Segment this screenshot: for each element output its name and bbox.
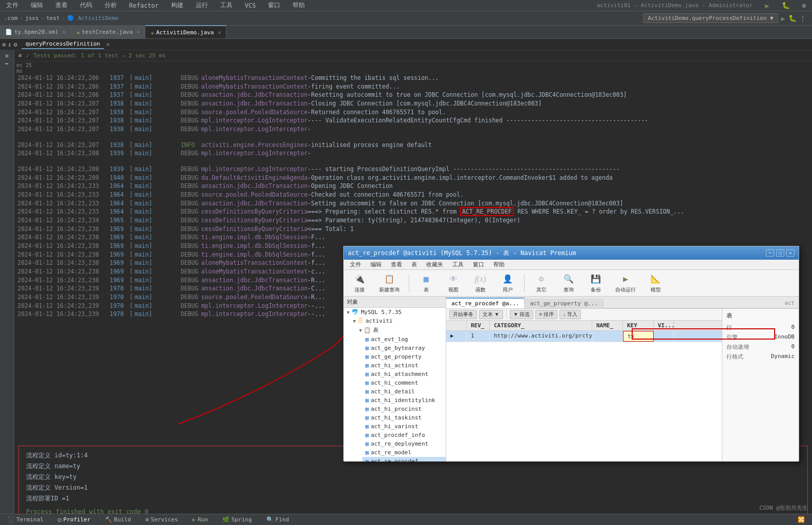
tree-tables-group[interactable]: ▼ 📋 表	[356, 325, 446, 335]
tree-act-procdef-info[interactable]: ▦ act_procdef_info	[362, 431, 446, 439]
tree-act-hi-varinst[interactable]: ▦ act_hi_varinst	[362, 422, 446, 431]
tree-act-ge-property[interactable]: ▦ act_ge_property	[362, 352, 446, 361]
col-name[interactable]: NAME_	[592, 321, 623, 330]
nav-btn-newquery[interactable]: 📋 新建查询	[375, 271, 404, 296]
btn-filter[interactable]: ▼ 筛选	[510, 310, 534, 319]
col-rev[interactable]: REV_	[467, 321, 490, 330]
status-build[interactable]: 🔨 Build	[102, 516, 134, 523]
nav-btn-model[interactable]: 📐 模型	[644, 271, 667, 296]
tree-act-hi-procinst[interactable]: ▦ act_hi_procinst	[362, 405, 446, 413]
tree-act-ge-bytearray[interactable]: ▦ act_ge_bytearray	[362, 344, 446, 352]
minimize-button[interactable]: ─	[766, 249, 774, 257]
tree-activiti-db[interactable]: ▼ 🗄 activiti	[350, 317, 446, 325]
tree-act-re-procdef[interactable]: ▦ act_re_procdef	[362, 457, 446, 461]
table-row-icon-1: ▦	[365, 336, 369, 343]
tab-bpmn[interactable]: 📄 ty.bpmn20.xml ×	[0, 25, 71, 38]
tree-act-re-deployment[interactable]: ▦ act_re_deployment	[362, 439, 446, 448]
menu-item-refactor[interactable]: Refactor	[127, 1, 161, 10]
sub-tab-close[interactable]: ×	[106, 41, 110, 48]
nav-btn-table[interactable]: ▦ 表	[414, 271, 438, 296]
tree-act-hi-comment[interactable]: ▦ act_hi_comment	[362, 379, 446, 387]
nav-menu-window[interactable]: 窗口	[469, 260, 488, 269]
nav-btn-autorun[interactable]: ▶ 自动运行	[611, 271, 640, 296]
menu-item-file[interactable]: 文件	[4, 0, 20, 11]
menu-item-code[interactable]: 代码	[78, 0, 94, 11]
status-profiler[interactable]: ○ Profiler	[55, 516, 94, 523]
col-vi[interactable]: VI...	[654, 321, 674, 330]
nav-menu-view[interactable]: 查看	[387, 260, 406, 269]
close-bpmn[interactable]: ×	[63, 29, 66, 35]
nav-btn-backup[interactable]: 💾 备份	[584, 271, 607, 296]
debug-button[interactable]: 🐛	[780, 1, 792, 10]
nav-table-body[interactable]: ▶ 1 http://www.activiti.org/prcty ty	[446, 331, 722, 461]
close-activitidemo[interactable]: ×	[218, 30, 221, 35]
nav-menu-file[interactable]: 文件	[346, 260, 365, 269]
other-icon: ⚙	[535, 273, 548, 285]
status-spring[interactable]: 🌿 Spring	[219, 516, 255, 523]
nav-btn-query[interactable]: 🔍 查询	[557, 271, 580, 296]
tree-act-hi-detail[interactable]: ▦ act_hi_detail	[362, 387, 446, 396]
tree-act-re-model[interactable]: ▦ act_re_model	[362, 448, 446, 457]
tree-act-hi-actinst[interactable]: ▦ act_hi_actinst	[362, 361, 446, 370]
col-key[interactable]: KEY_	[623, 321, 654, 330]
nav-menu-fav[interactable]: 收藏夹	[422, 260, 447, 269]
menu-item-help[interactable]: 帮助	[290, 0, 307, 11]
nav-tab-property[interactable]: act_ge_property @...	[525, 299, 603, 308]
nav-menu-table[interactable]: 表	[407, 260, 421, 269]
tree-act-evt-log[interactable]: ▦ act_evt_log	[362, 335, 446, 344]
nav-menu-edit[interactable]: 编辑	[366, 260, 386, 269]
nav-btn-connect[interactable]: 🔌 连接	[348, 271, 371, 296]
tree-act-hi-attachment[interactable]: ▦ act_hi_attachment	[362, 370, 446, 379]
close-button[interactable]: ×	[786, 249, 795, 257]
tab-activitidemo[interactable]: ☕ ActivitiDemo.java ×	[145, 25, 226, 38]
tree-act-hi-identitylink[interactable]: ▦ act_hi_identitylink	[362, 396, 446, 405]
table-row-1[interactable]: ▶ 1 http://www.activiti.org/prcty ty	[446, 331, 722, 342]
breadcrumb-class[interactable]: 🔵 ActivitiDemo	[67, 15, 118, 22]
nav-tab-add[interactable]: act	[780, 298, 799, 308]
menu-item-window[interactable]: 窗口	[266, 0, 282, 11]
close-testcreate[interactable]: ×	[137, 29, 140, 35]
table-row-icon-4: ▦	[365, 362, 369, 369]
debug-amber[interactable]: 🐛	[788, 14, 797, 22]
status-find[interactable]: 🔍 Find	[263, 516, 293, 523]
settings-button[interactable]: ⚙	[800, 1, 808, 10]
menu-item-edit[interactable]: 编辑	[29, 0, 45, 11]
col-category[interactable]: CATEGORY_	[490, 321, 592, 330]
toolbar-divider-2	[524, 274, 525, 292]
nav-btn-function[interactable]: f(x) 函数	[469, 271, 492, 296]
more-btn[interactable]: ⋮	[800, 15, 806, 22]
nav-btn-other[interactable]: ⚙ 其它	[530, 271, 553, 296]
menu-item-vcs[interactable]: VCS	[243, 1, 258, 10]
menu-item-analyze[interactable]: 分析	[102, 0, 119, 11]
btn-start-tx[interactable]: 开始事务	[449, 310, 477, 319]
sub-tab-settings[interactable]: ⚙	[13, 41, 17, 48]
sidebar-icon-1[interactable]: ≡	[2, 52, 12, 60]
run-green[interactable]: ▶	[781, 14, 785, 23]
sub-tab-arrows[interactable]: ↕	[8, 41, 11, 48]
menu-item-view[interactable]: 查看	[53, 0, 70, 11]
sidebar-icon-2[interactable]: ↕	[2, 60, 12, 68]
nav-tab-procdef[interactable]: act_re_procdef @a...	[446, 298, 525, 308]
tree-act-hi-taskinst[interactable]: ▦ act_hi_taskinst	[362, 413, 446, 422]
tab-testcreate[interactable]: ☕ testCreate.java ×	[71, 25, 145, 38]
status-services[interactable]: ⚙ Services	[142, 516, 181, 523]
status-terminal[interactable]: ⬛ Terminal	[4, 516, 47, 523]
profiler-label: Profiler	[64, 516, 91, 523]
menu-item-run[interactable]: 运行	[194, 0, 210, 11]
menu-item-build[interactable]: 构建	[169, 0, 185, 11]
btn-text[interactable]: 文本 ▼	[479, 310, 503, 319]
btn-import[interactable]: ↓ 导入	[559, 310, 581, 319]
menu-item-tools[interactable]: 工具	[218, 0, 235, 11]
tree-mysql-server[interactable]: ▼ 🐬 MySQL 5.7.35	[344, 308, 446, 317]
nav-btn-user[interactable]: 👤 用户	[496, 271, 519, 296]
sub-tab-method[interactable]: queryProcessDefinition	[22, 39, 105, 49]
maximize-button[interactable]: □	[776, 249, 784, 257]
method-dropdown[interactable]: ActivitiDemo.queryProcessDefinition ▼	[643, 13, 778, 23]
nav-menu-tools[interactable]: 工具	[448, 260, 468, 269]
nav-btn-view[interactable]: 👁 视图	[442, 271, 465, 296]
btn-sort[interactable]: ≡ 排序	[535, 310, 557, 319]
status-run[interactable]: ▶ Run	[189, 516, 211, 523]
nav-menu-help[interactable]: 帮助	[489, 260, 509, 269]
console-line: 2024-01-12 16:24:23,208 1939 [ main] DEB…	[14, 165, 812, 174]
run-button[interactable]: ▶	[763, 1, 771, 11]
